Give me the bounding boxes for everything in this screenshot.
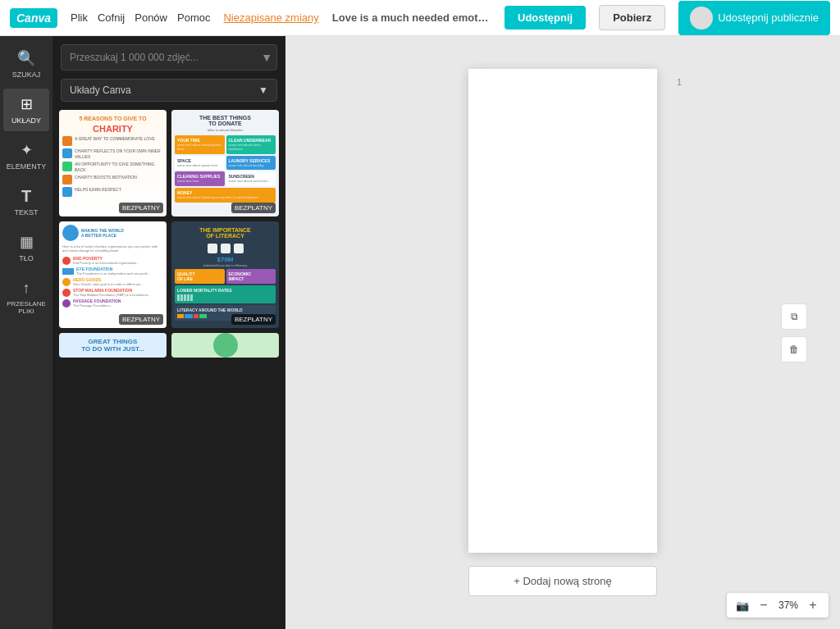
page-number: 1	[677, 77, 682, 87]
search-input[interactable]	[61, 44, 277, 71]
layout-filter-label: Układy Canva	[70, 84, 131, 96]
text-icon: T	[17, 187, 35, 205]
zoom-out-button[interactable]: −	[755, 596, 773, 614]
copy-tool-button[interactable]: ⧉	[781, 303, 807, 330]
menu-cofnij[interactable]: Cofnij	[98, 11, 125, 24]
template-grid: 5 REASONS TO GIVE TO CHARITY A GREAT WAY…	[59, 110, 279, 358]
template-list: 5 REASONS TO GIVE TO CHARITY A GREAT WAY…	[52, 110, 285, 629]
canvas-area: 1 ⧉ 🗑 + Dodaj nową stronę 📷 − 37% +	[285, 36, 840, 629]
sidebar-label-przeslane: PRZESŁANE PLIKI	[7, 300, 46, 315]
zoom-in-button[interactable]: +	[804, 596, 822, 614]
main-layout: 🔍 SZUKAJ ⊞ UKŁADY ✦ ELEMENTY T TEKST ▦ T…	[0, 36, 840, 629]
sidebar-item-przeslane[interactable]: ↑ PRZESŁANE PLIKI	[3, 272, 49, 321]
sidebar-item-szukaj[interactable]: 🔍 SZUKAJ	[3, 43, 49, 85]
download-button[interactable]: Pobierz	[599, 5, 665, 30]
search-wrapper: ▼	[61, 44, 277, 71]
template-badge-literacy: BEZPŁATNY	[231, 314, 276, 325]
add-page-button[interactable]: + Dodaj nową stronę	[468, 566, 657, 596]
sidebar-label-szukaj: SZUKAJ	[12, 71, 41, 79]
template-great[interactable]: GREAT THINGSTO DO WITH JUST...	[59, 333, 167, 358]
search-icon: 🔍	[17, 49, 35, 67]
publish-label: Udostępnij publicznie	[718, 11, 819, 24]
upload-icon: ↑	[17, 279, 35, 297]
search-dropdown-button[interactable]: ▼	[261, 51, 272, 64]
template-green[interactable]	[171, 333, 279, 358]
search-section: ▼	[52, 36, 285, 79]
sidebar-item-elementy[interactable]: ✦ ELEMENTY	[3, 134, 49, 177]
avatar	[690, 7, 713, 30]
sidebar-label-uklady: UKŁADY	[11, 116, 41, 125]
sidebar-label-tekst: TEKST	[14, 208, 38, 217]
template-world[interactable]: MAKING THE WORLD A BETTER PLACE Here is …	[59, 221, 167, 328]
template-badge-world: BEZPŁATNY	[119, 314, 163, 325]
layouts-icon: ⊞	[17, 95, 35, 113]
zoom-controls: 📷 − 37% +	[727, 593, 829, 618]
elements-icon: ✦	[17, 141, 35, 159]
template-donate[interactable]: THE BEST THINGSTO DONATEafter a natural …	[171, 110, 279, 217]
panel-sidebar: ▼ Układy Canva ▼ 5 REASONS TO GIVE TO CH…	[52, 36, 285, 629]
template-literacy[interactable]: THE IMPORTANCEOF LITERACY $70M estimated…	[171, 221, 279, 328]
canva-logo[interactable]: Canva	[10, 8, 57, 28]
sidebar-item-tekst[interactable]: T TEKST	[3, 180, 49, 223]
sidebar-label-tlo: TŁO	[19, 254, 34, 262]
sidebar-item-tlo[interactable]: ▦ TŁO	[3, 226, 49, 269]
document-title: Love is a much needed emotion in today's…	[332, 11, 491, 24]
menu-pomoc[interactable]: Pomoc	[177, 11, 210, 24]
template-badge-charity: BEZPŁATNY	[119, 203, 163, 213]
sidebar-label-elementy: ELEMENTY	[7, 162, 47, 171]
share-button[interactable]: Udostępnij	[504, 6, 586, 30]
menu-ponow[interactable]: Ponów	[135, 11, 167, 24]
chevron-down-icon: ▼	[258, 84, 268, 96]
topbar-menu: Plik Cofnij Ponów Pomoc	[71, 11, 210, 24]
unsaved-label[interactable]: Niezapisane zmiany	[223, 11, 318, 24]
topbar: Canva Plik Cofnij Ponów Pomoc Niezapisan…	[0, 0, 840, 36]
icon-sidebar: 🔍 SZUKAJ ⊞ UKŁADY ✦ ELEMENTY T TEKST ▦ T…	[0, 36, 52, 629]
sidebar-item-uklady[interactable]: ⊞ UKŁADY	[3, 89, 49, 131]
canvas-tools: ⧉ 🗑	[781, 303, 807, 362]
canvas-container: 1	[468, 69, 657, 553]
camera-button[interactable]: 📷	[733, 596, 751, 614]
canvas-paper[interactable]: 1	[468, 69, 657, 553]
zoom-level-label: 37%	[776, 599, 801, 611]
delete-tool-button[interactable]: 🗑	[781, 336, 807, 362]
template-charity[interactable]: 5 REASONS TO GIVE TO CHARITY A GREAT WAY…	[59, 110, 167, 217]
menu-plik[interactable]: Plik	[71, 11, 88, 24]
template-badge-donate: BEZPŁATNY	[231, 203, 276, 213]
background-icon: ▦	[17, 233, 35, 251]
publish-button[interactable]: Udostępnij publicznie	[678, 1, 830, 35]
layout-filter-select[interactable]: Układy Canva ▼	[61, 79, 277, 102]
